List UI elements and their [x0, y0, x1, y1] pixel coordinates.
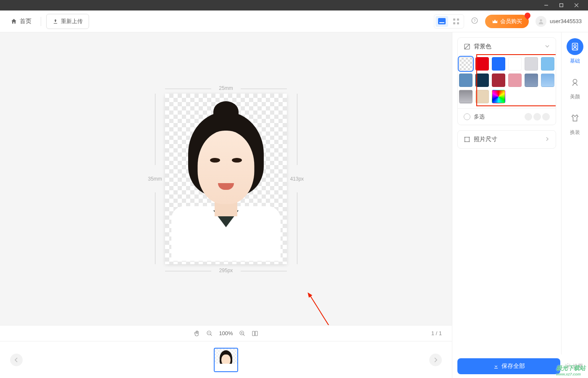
svg-rect-21: [255, 331, 257, 336]
thumb-prev-button[interactable]: [10, 354, 23, 366]
size-label: 照片尺寸: [474, 136, 497, 143]
color-swatch-crimson[interactable]: [492, 74, 505, 87]
color-swatch-slate[interactable]: [525, 74, 538, 87]
svg-line-17: [243, 334, 244, 336]
thumbnail-item[interactable]: [214, 348, 238, 372]
layout-single[interactable]: [436, 16, 448, 27]
svg-rect-6: [453, 18, 455, 21]
svg-rect-7: [457, 18, 459, 21]
maximize-button[interactable]: [554, 0, 569, 10]
svg-rect-9: [457, 22, 459, 24]
size-icon: [464, 136, 470, 143]
basic-icon: [567, 38, 583, 55]
svg-point-27: [465, 141, 465, 142]
size-header[interactable]: 照片尺寸: [458, 131, 556, 148]
background-section: 背景色 多选: [457, 37, 556, 125]
svg-point-12: [540, 19, 542, 21]
color-swatch-beige[interactable]: [475, 90, 489, 103]
window-titlebar: [0, 0, 588, 10]
sidebar-item-beauty[interactable]: 美颜: [567, 74, 583, 100]
color-swatch-blue[interactable]: [492, 57, 505, 71]
bg-icon: [464, 43, 470, 50]
home-icon: [10, 18, 17, 25]
reupload-label: 重新上传: [61, 18, 83, 25]
vip-purchase-button[interactable]: 会员购买: [485, 15, 529, 28]
properties-panel: 背景色 多选 照片尺寸: [452, 32, 561, 378]
svg-point-31: [573, 79, 577, 83]
svg-rect-8: [453, 22, 455, 24]
close-button[interactable]: [569, 0, 584, 10]
save-all-button[interactable]: 保存全部: [457, 358, 560, 374]
svg-point-30: [574, 45, 576, 47]
thumb-next-button[interactable]: [429, 354, 442, 366]
compare-button[interactable]: [252, 330, 258, 337]
color-swatches: [458, 55, 556, 108]
zoom-toolbar: 100% 1 / 1: [0, 325, 452, 341]
radio-icon: [464, 113, 470, 120]
reupload-button[interactable]: 重新上传: [46, 14, 89, 29]
sidebar-label: 换装: [570, 129, 580, 136]
svg-point-28: [469, 141, 470, 142]
crown-icon: [492, 18, 498, 24]
zoom-in-button[interactable]: [239, 330, 246, 337]
chevron-down-icon: [545, 43, 550, 50]
multi-label: 多选: [474, 113, 485, 121]
color-swatch-sky[interactable]: [541, 57, 554, 71]
color-swatch-red[interactable]: [475, 57, 489, 71]
color-swatch-lgray[interactable]: [525, 57, 538, 71]
color-swatch-pink[interactable]: [508, 74, 522, 87]
color-swatch-lblue[interactable]: [541, 74, 554, 87]
username: user3445533: [550, 18, 582, 24]
zoom-level: 100%: [219, 330, 233, 336]
svg-rect-1: [559, 4, 563, 7]
sidebar-item-basic[interactable]: 基础: [567, 38, 583, 65]
color-swatch-graygrad[interactable]: [459, 90, 472, 103]
help-button[interactable]: ?: [471, 17, 478, 26]
dimension-top: 25mm: [165, 85, 287, 91]
bg-label: 背景色: [474, 43, 491, 50]
canvas-content[interactable]: 25mm 35mm 413px 295px: [0, 32, 452, 325]
color-swatch-white[interactable]: [508, 57, 522, 71]
divider: [41, 17, 41, 26]
zoom-out-button[interactable]: [206, 330, 213, 337]
layout-grid[interactable]: [450, 16, 462, 27]
background-header[interactable]: 背景色: [458, 38, 556, 55]
svg-line-23: [465, 44, 470, 49]
color-swatch-navy[interactable]: [475, 74, 489, 87]
multi-select-toggle[interactable]: 多选: [464, 113, 485, 121]
size-section: 照片尺寸: [457, 130, 556, 149]
app-header: 首页 重新上传 ? 会员购买 user3445533: [0, 10, 588, 32]
sidebar-label: 美颜: [570, 93, 580, 100]
svg-rect-4: [438, 18, 446, 24]
color-swatch-rainbow[interactable]: [492, 90, 505, 103]
chevron-right-icon: [545, 136, 550, 143]
thumbnail-bar: [0, 341, 452, 378]
vip-label: 会员购买: [500, 18, 522, 25]
home-button[interactable]: 首页: [6, 15, 36, 28]
user-menu[interactable]: user3445533: [536, 16, 582, 27]
color-swatch-transparent[interactable]: [459, 57, 472, 71]
multi-select-row: 多选: [458, 108, 556, 125]
download-icon: [493, 363, 499, 369]
notification-badge: [523, 11, 532, 20]
dimension-right: 413px: [289, 94, 305, 264]
svg-text:?: ?: [474, 18, 476, 23]
sidebar-item-dress[interactable]: 换装: [567, 110, 583, 136]
upload-icon: [52, 18, 58, 24]
sidebar-label: 基础: [570, 58, 580, 65]
color-swatch-steel[interactable]: [459, 74, 472, 87]
canvas-area: 25mm 35mm 413px 295px: [0, 32, 452, 378]
svg-line-14: [210, 334, 212, 336]
layout-toggle: [434, 14, 464, 29]
pan-tool[interactable]: [194, 330, 200, 337]
minimize-button[interactable]: [538, 0, 554, 10]
svg-point-26: [469, 137, 470, 138]
svg-rect-20: [252, 331, 255, 336]
avatar: [536, 16, 546, 27]
beauty-icon: [567, 74, 583, 91]
dress-icon: [567, 110, 583, 126]
save-label: 保存全部: [501, 362, 525, 370]
id-photo[interactable]: [165, 94, 287, 264]
dimension-bottom: 295px: [165, 268, 287, 273]
svg-point-25: [465, 137, 465, 138]
